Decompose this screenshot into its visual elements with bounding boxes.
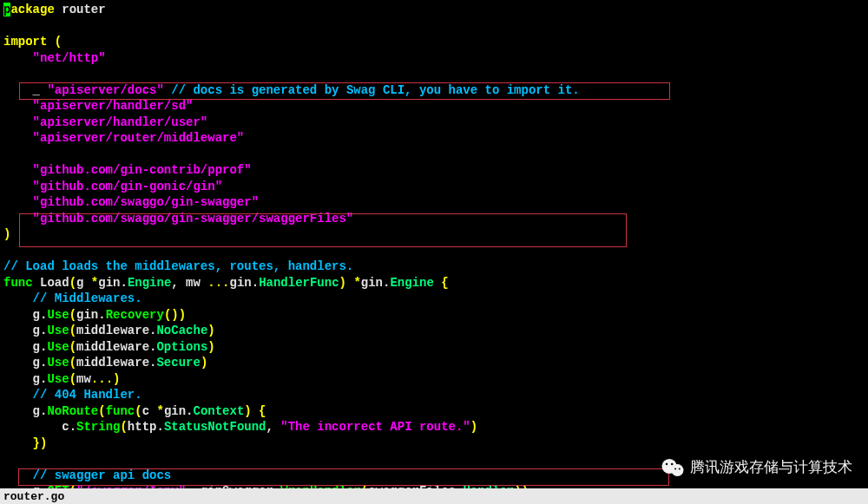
svg-point-1 (671, 464, 683, 476)
code-line (3, 147, 868, 163)
code-line: g.Use(gin.Recovery()) (3, 307, 868, 324)
code-line: g.Use(middleware.Secure) (3, 355, 868, 371)
code-line: // 404 Handler. (3, 387, 868, 403)
svg-point-4 (674, 468, 676, 470)
code-line: g.Use(middleware.Options) (3, 339, 868, 356)
code-line: "github.com/gin-gonic/gin" (3, 179, 868, 195)
watermark: 腾讯游戏存储与计算技术 (661, 457, 852, 478)
code-line: "net/http" (3, 50, 868, 67)
code-line: g.NoRoute(func(c *gin.Context) { (3, 403, 868, 420)
svg-point-2 (666, 463, 667, 465)
code-line: }) (3, 435, 868, 452)
status-bar: router.go (0, 488, 868, 504)
code-line: g.Use(middleware.NoCache) (3, 323, 868, 339)
code-line: _ "apiserver/docs" // docs is generated … (3, 82, 868, 99)
code-line: "apiserver/router/middleware" (3, 130, 868, 147)
code-line: "github.com/swaggo/gin-swagger" (3, 194, 868, 211)
svg-point-5 (679, 468, 681, 470)
code-line: // Load loads the middlewares, routes, h… (3, 259, 868, 275)
code-line: package router (3, 2, 868, 18)
code-line: c.String(http.StatusNotFound, "The incor… (3, 419, 868, 435)
code-line (3, 18, 868, 35)
code-line: "apiserver/handler/user" (3, 115, 868, 131)
watermark-text: 腾讯游戏存储与计算技术 (690, 458, 852, 478)
code-editor[interactable]: package router import ( "net/http" _ "ap… (0, 0, 868, 500)
code-line (3, 66, 868, 82)
code-line: "apiserver/handler/sd" (3, 98, 868, 115)
code-line: // Middlewares. (3, 291, 868, 307)
code-line: import ( (3, 34, 868, 50)
code-line: ) (3, 226, 868, 243)
code-line: "github.com/swaggo/gin-swagger/swaggerFi… (3, 211, 868, 227)
filename-label: router.go (3, 490, 64, 503)
svg-point-3 (671, 463, 673, 465)
code-line: func Load(g *gin.Engine, mw ...gin.Handl… (3, 275, 868, 291)
code-line (3, 243, 868, 259)
code-line: g.Use(mw...) (3, 371, 868, 388)
wechat-icon (661, 457, 685, 478)
code-line: "github.com/gin-contrib/pprof" (3, 162, 868, 179)
